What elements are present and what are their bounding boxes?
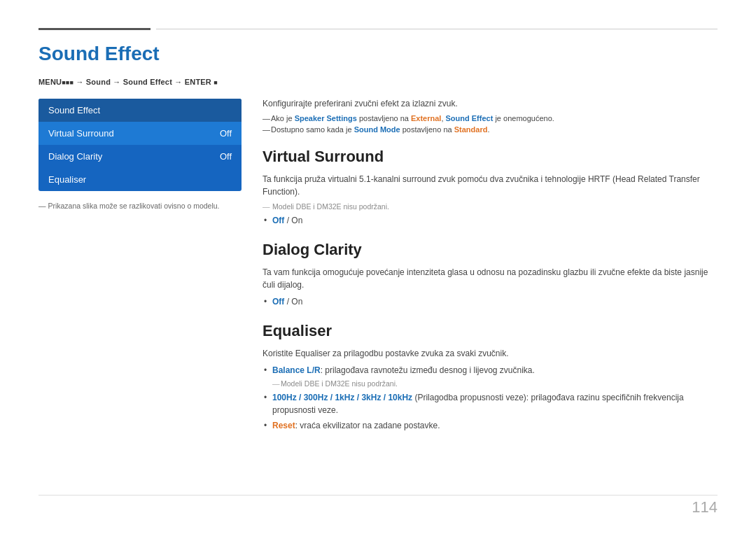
vs-sep: / On — [284, 216, 302, 225]
section-body-equaliser: Koristite Equaliser za prilagodbu postav… — [262, 347, 718, 360]
bottom-divider — [38, 495, 718, 496]
highlight-balance: Balance L/R — [272, 365, 321, 375]
divider-accent — [38, 28, 150, 30]
highlight-standard: Standard — [454, 125, 488, 134]
item-label-dialog-clarity: Dialog Clarity — [48, 151, 102, 162]
item-value-dialog-clarity: Off — [220, 151, 232, 162]
section-title-equaliser: Equaliser — [262, 322, 718, 340]
note-sound-mode: Dostupno samo kada je Sound Mode postavl… — [262, 125, 718, 134]
bullet-vs-offon: Off / On — [262, 214, 718, 227]
bullet-reset: Reset: vraća ekvilizator na zadane posta… — [262, 419, 718, 432]
item-label-equaliser: Equaliser — [48, 174, 86, 185]
section-body-virtual-surround: Ta funkcija pruža virtualni 5.1-kanalni … — [262, 173, 718, 198]
bullet-frequencies: 100Hz / 300Hz / 1kHz / 3kHz / 10kHz (Pri… — [262, 391, 718, 416]
highlight-equaliser: Equaliser — [295, 349, 330, 358]
note-dbe-vs: Modeli DBE i DM32E nisu podržani. — [262, 202, 718, 211]
menu-path: MENU■■■ → Sound → Sound Effect → ENTER ■ — [38, 78, 718, 86]
section-title-virtual-surround: Virtual Surround — [262, 148, 718, 166]
right-panel: Konfigurirajte preferirani zvučni efekt … — [262, 99, 718, 432]
section-title-dialog-clarity: Dialog Clarity — [262, 241, 718, 259]
dc-off: Off — [272, 297, 284, 307]
bullet-dc-offon: Off / On — [262, 295, 718, 308]
dc-sep: / On — [284, 297, 302, 307]
page-title: Sound Effect — [38, 43, 718, 65]
highlight-sound-effect: Sound Effect — [446, 114, 493, 122]
item-value-virtual-surround: Off — [220, 128, 232, 139]
divider-line — [156, 29, 718, 29]
ui-box: Sound Effect Virtual Surround Off Dialog… — [38, 99, 241, 191]
note-dbe-eq: Modeli DBE i DM32E nisu podržani. — [262, 379, 718, 388]
top-dividers — [38, 28, 718, 30]
highlight-reset: Reset — [272, 421, 295, 430]
note-speaker-settings: Ako je Speaker Settings postavljeno na E… — [262, 114, 718, 122]
ui-box-item-virtual-surround[interactable]: Virtual Surround Off — [38, 122, 241, 145]
ui-box-item-dialog-clarity[interactable]: Dialog Clarity Off — [38, 145, 241, 168]
highlight-frequencies: 100Hz / 300Hz / 1kHz / 3kHz / 10kHz — [272, 393, 412, 402]
intro-text: Konfigurirajte preferirani zvučni efekt … — [262, 99, 718, 108]
left-note: ― Prikazana slika može se razlikovati ov… — [38, 202, 241, 210]
item-label-virtual-surround: Virtual Surround — [48, 128, 114, 139]
section-body-dialog-clarity: Ta vam funkcija omogućuje povećanje inte… — [262, 266, 718, 291]
ui-box-header: Sound Effect — [38, 99, 241, 122]
page-number: 114 — [692, 498, 718, 517]
highlight-sound-mode: Sound Mode — [354, 125, 400, 134]
bullet-balance: Balance L/R: prilagođava ravnotežu izmeđ… — [262, 364, 718, 377]
vs-off: Off — [272, 216, 284, 225]
highlight-speaker-settings: Speaker Settings — [295, 114, 357, 122]
ui-box-item-equaliser[interactable]: Equaliser — [38, 168, 241, 191]
highlight-external: External — [411, 114, 441, 122]
left-panel: Sound Effect Virtual Surround Off Dialog… — [38, 99, 241, 210]
